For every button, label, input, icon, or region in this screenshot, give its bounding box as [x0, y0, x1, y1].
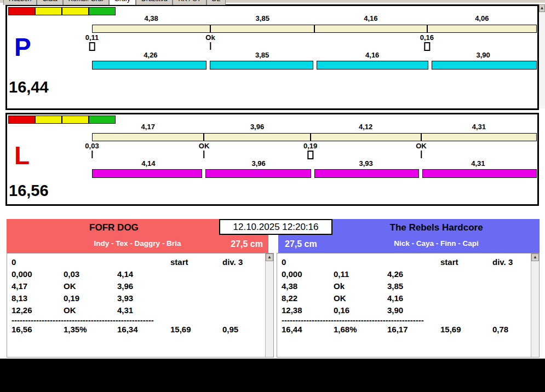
table-scrollbar[interactable]: ▲: [265, 253, 273, 357]
datetime-display: 12.10.2025 12:20:16: [219, 219, 332, 235]
table-row: 12,26 OK 4,31: [12, 304, 273, 316]
team-dogs: Nick - Caya - Finn - Capi: [333, 237, 540, 247]
legend-red-swatch: [8, 7, 35, 15]
split-value: 4,38: [92, 14, 210, 23]
table-cell: 3,85: [387, 280, 440, 292]
table-cell: Ok: [334, 280, 387, 292]
table-cell: 0,11: [334, 268, 387, 280]
table-row: 4,38 Ok 3,85: [282, 280, 539, 292]
legend-red-swatch: [8, 116, 35, 124]
lane-total-time: 16,44: [9, 79, 49, 96]
crossing-label: 0,16: [420, 33, 434, 42]
table-row: 0,000 0,03 4,14: [12, 268, 273, 280]
table-cell: [170, 268, 222, 280]
bar-segment: [210, 25, 314, 32]
tab-druzstva[interactable]: Družstva: [136, 0, 173, 5]
table-cell: 0,000: [282, 268, 334, 280]
lane-l-panel: L 16,56 4,17 3,96 4,12 4,31 0,03: [5, 113, 539, 206]
crossing-tick-icon: [210, 42, 211, 50]
split-value: 4,26: [92, 51, 209, 60]
tab-dl[interactable]: DL: [206, 0, 226, 5]
sensor-marker: 0,16: [420, 33, 434, 51]
bar-segment: [314, 169, 419, 178]
bar-segment: [427, 25, 536, 32]
table-cell: 4,38: [282, 280, 334, 292]
table-cell: 12,38: [282, 304, 334, 316]
window-scrollbar[interactable]: ▲: [539, 4, 545, 108]
bottom-split-values: 4,26 3,85 4,16 3,90: [92, 51, 537, 60]
scroll-up-button[interactable]: ▲: [266, 253, 273, 261]
bottom-splits-bar: [92, 61, 537, 70]
tab-kk-st[interactable]: KK / ST: [173, 0, 206, 5]
sensor-marker: 0,19: [303, 142, 317, 159]
tab-grafy[interactable]: Grafy: [109, 0, 136, 5]
split-value: 4,31: [420, 159, 537, 168]
bar-segment: [421, 134, 536, 141]
table-cell: [440, 292, 492, 304]
bar-segment: [422, 169, 537, 178]
bar-segment: [314, 25, 426, 32]
table-cell: [117, 256, 170, 268]
table-cell: 0,000: [12, 268, 64, 280]
table-cell: 3,93: [117, 292, 170, 304]
tab-label: Rozběh: [9, 0, 31, 3]
crossing-box-icon: [424, 42, 430, 51]
table-cell: 4,26: [387, 268, 440, 280]
crossing-box-icon: [89, 42, 95, 51]
table-cell: [64, 256, 117, 268]
table-cell: [440, 304, 492, 316]
bar-segment: [92, 61, 206, 70]
table-cell: 4,17: [12, 280, 64, 292]
split-value: 3,96: [204, 123, 310, 131]
sensor-markers: 0,11 Ok 0,16: [92, 33, 537, 52]
table-divider: ----------------------------------------…: [282, 316, 440, 324]
table-cell: start: [440, 256, 492, 268]
bottom-splits-bar: [92, 169, 537, 178]
table-row: 12,38 0,16 3,90: [282, 304, 539, 316]
split-value: 4,17: [92, 123, 204, 131]
bar-segment: [205, 169, 311, 178]
up-arrow-icon: ▲: [540, 5, 544, 10]
top-splits-bar: [92, 133, 537, 141]
table-cell: [387, 256, 440, 268]
table-cell: OK: [64, 280, 117, 292]
bottom-black-strip: [0, 359, 545, 392]
bar-segment: [310, 134, 421, 141]
legend-yellow-swatch: [35, 116, 62, 124]
bar-segment: [210, 61, 313, 70]
tab-label: Kombi. Graf: [68, 0, 104, 3]
run-chart: 4,38 3,85 4,16 4,06 0,11 Ok: [92, 6, 537, 108]
crossing-label: OK: [199, 142, 210, 150]
split-value: 4,31: [421, 123, 537, 131]
tab-label: KK / ST: [178, 0, 200, 3]
table-total-row: 16,44 1,68% 16,17 15,69 0,78: [282, 324, 539, 336]
tab-rozbeh[interactable]: Rozběh: [3, 0, 37, 5]
crossing-label: 0,03: [85, 142, 99, 150]
table-cell: 4,14: [117, 268, 170, 280]
table-cell: 15,69: [170, 324, 222, 336]
split-value: 3,93: [313, 159, 420, 168]
table-scrollbar[interactable]: ▲: [531, 253, 539, 357]
scroll-up-button[interactable]: ▲: [539, 4, 545, 12]
table-cell: [170, 304, 222, 316]
table-cell: 12,26: [12, 304, 64, 316]
table-cell: [440, 268, 492, 280]
team-name: The Rebels Hardcore: [333, 222, 540, 233]
split-value: 3,90: [429, 51, 537, 60]
table-row: 8,13 0,19 3,93: [12, 292, 273, 304]
tab-label: DL: [212, 0, 220, 3]
bar-segment: [432, 61, 537, 70]
tab-cidla[interactable]: Čidla: [37, 0, 62, 5]
table-cell: OK: [334, 292, 387, 304]
scroll-up-button[interactable]: ▲: [531, 253, 539, 261]
tab-kombi-graf[interactable]: Kombi. Graf: [63, 0, 109, 5]
table-cell: [334, 256, 387, 268]
table-row: 0 start div. 3: [12, 256, 273, 268]
team-name: FOFR DOG: [7, 222, 221, 233]
lane-letter: L: [14, 143, 30, 168]
legend-yellow2-swatch: [62, 116, 89, 124]
table-cell: 16,17: [387, 324, 440, 336]
table-cell: 0,03: [64, 268, 117, 280]
table-cell: 4,31: [117, 304, 170, 316]
lane-total-time: 16,56: [9, 182, 49, 200]
